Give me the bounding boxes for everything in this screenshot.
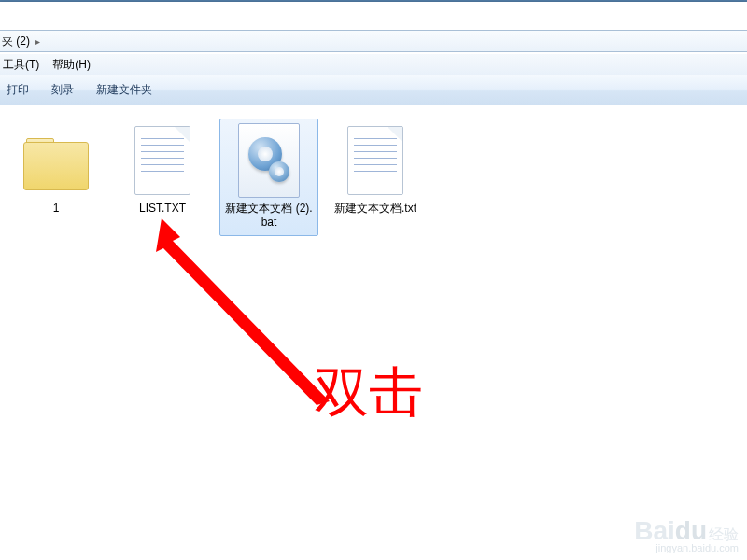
print-button[interactable]: 打印 [7,82,29,98]
new-folder-button[interactable]: 新建文件夹 [96,82,152,98]
folder-icon [19,123,93,198]
file-item-bat[interactable]: 新建文本文档 (2).bat [219,119,318,236]
menu-tools[interactable]: 工具(T) [3,57,39,73]
text-file-icon [338,123,413,198]
file-area[interactable]: 1 LIST.TXT [0,105,747,560]
file-item-folder[interactable]: 1 [7,119,106,222]
text-file-icon [125,123,200,198]
menu-bar: 工具(T) 帮助(H) [0,54,747,76]
toolbar: 打印 刻录 新建文件夹 [0,75,747,105]
breadcrumb-text: 夹 (2) [2,34,30,49]
file-item-txt[interactable]: LIST.TXT [113,119,212,222]
file-label: LIST.TXT [118,202,207,216]
file-label: 1 [11,202,101,216]
gear-icon [269,161,289,182]
annotation-text: 双击 [315,357,423,429]
file-item-txt[interactable]: 新建文本文档.txt [326,119,425,222]
file-label: 新建文本文档.txt [331,202,420,216]
watermark-brand: Bai [634,516,675,545]
batch-file-icon [232,123,306,198]
explorer-window: 夹 (2) ▸ 工具(T) 帮助(H) 打印 刻录 新建文件夹 1 [0,2,747,560]
watermark: Baidu经验 jingyan.baidu.com [634,516,739,553]
menu-help[interactable]: 帮助(H) [52,57,91,73]
breadcrumb[interactable]: 夹 (2) ▸ [0,30,747,52]
file-label: 新建文本文档 (2).bat [224,202,314,230]
burn-button[interactable]: 刻录 [51,82,74,98]
chevron-right-icon[interactable]: ▸ [35,36,40,47]
